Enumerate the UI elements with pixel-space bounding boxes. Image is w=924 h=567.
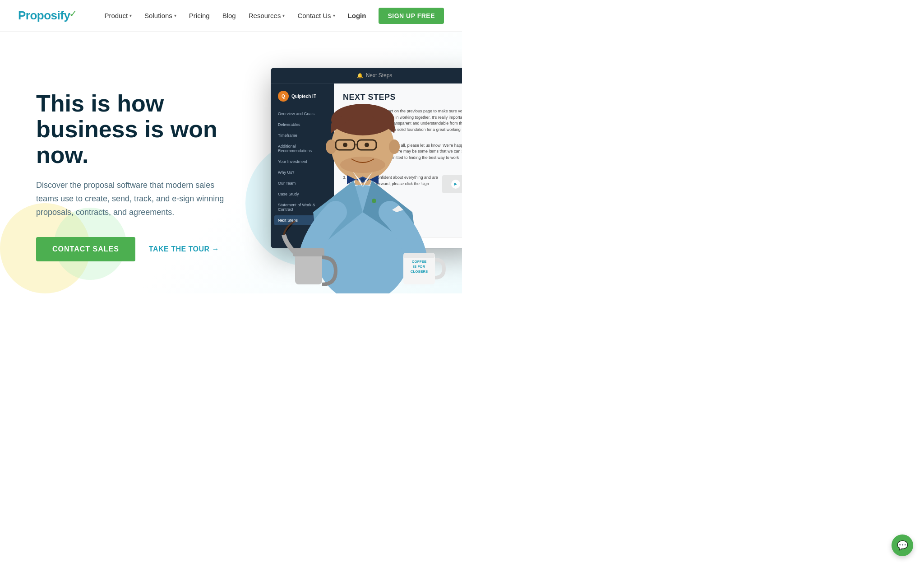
hero-person-illustration: COFFEE IS FOR CLOSERS xyxy=(277,54,448,293)
nav-item-pricing[interactable]: Pricing xyxy=(189,12,210,19)
nav-link-login[interactable]: Login xyxy=(348,12,366,19)
nav-item-blog[interactable]: Blog xyxy=(222,12,236,19)
nav-link-resources[interactable]: Resources ▾ xyxy=(249,12,285,19)
nav-item-solutions[interactable]: Solutions ▾ xyxy=(144,12,176,19)
play-button[interactable]: ▶ xyxy=(451,180,460,189)
nav-item-signup[interactable]: SIGN UP FREE xyxy=(379,8,444,24)
nav-item-contact[interactable]: Contact Us ▾ xyxy=(297,12,335,19)
svg-rect-21 xyxy=(293,248,324,256)
svg-rect-23 xyxy=(403,253,435,258)
hero-right-panel: 🔔 Next Steps Q Quiptech IT Overview and … xyxy=(262,59,444,293)
nav-link-solutions[interactable]: Solutions ▾ xyxy=(144,12,176,19)
hero-left-panel: This is how business is won now. Discove… xyxy=(36,91,244,262)
nav-link-contact[interactable]: Contact Us ▾ xyxy=(297,12,335,19)
svg-point-4 xyxy=(326,139,337,154)
chevron-down-icon: ▾ xyxy=(129,13,132,18)
contact-sales-button[interactable]: CONTACT SALES xyxy=(36,237,135,261)
nav-item-product[interactable]: Product ▾ xyxy=(104,12,132,19)
nav-item-login[interactable]: Login xyxy=(348,12,366,19)
take-tour-link[interactable]: TAKE THE TOUR → xyxy=(149,245,219,253)
svg-point-9 xyxy=(343,143,347,147)
chevron-down-icon: ▾ xyxy=(282,13,285,18)
nav-link-product[interactable]: Product ▾ xyxy=(104,12,132,19)
logo-text: Proposify xyxy=(18,9,70,23)
hero-section: This is how business is won now. Discove… xyxy=(0,32,462,293)
logo[interactable]: Proposify ✓ xyxy=(18,9,77,23)
nav-link-blog[interactable]: Blog xyxy=(222,12,236,19)
nav-links: Product ▾ Solutions ▾ Pricing Blog Resou… xyxy=(104,8,444,24)
svg-text:CLOSERS: CLOSERS xyxy=(411,270,428,274)
logo-checkmark: ✓ xyxy=(69,8,77,20)
hero-buttons: CONTACT SALES TAKE THE TOUR → xyxy=(36,237,244,261)
svg-point-28 xyxy=(372,199,376,203)
chevron-down-icon: ▾ xyxy=(333,13,335,18)
svg-point-13 xyxy=(361,178,365,181)
svg-point-11 xyxy=(340,157,385,173)
nav-link-pricing[interactable]: Pricing xyxy=(189,12,210,19)
svg-point-5 xyxy=(389,139,400,154)
svg-text:IS FOR: IS FOR xyxy=(413,265,425,269)
chevron-down-icon: ▾ xyxy=(174,13,176,18)
navbar: Proposify ✓ Product ▾ Solutions ▾ Pricin… xyxy=(0,0,462,32)
svg-text:COFFEE: COFFEE xyxy=(412,260,427,264)
svg-rect-20 xyxy=(295,253,322,284)
nav-item-resources[interactable]: Resources ▾ xyxy=(249,12,285,19)
hero-headline: This is how business is won now. xyxy=(36,91,244,168)
hero-subtext: Discover the proposal software that mode… xyxy=(36,179,226,219)
svg-point-10 xyxy=(365,143,369,147)
signup-button[interactable]: SIGN UP FREE xyxy=(379,8,444,24)
